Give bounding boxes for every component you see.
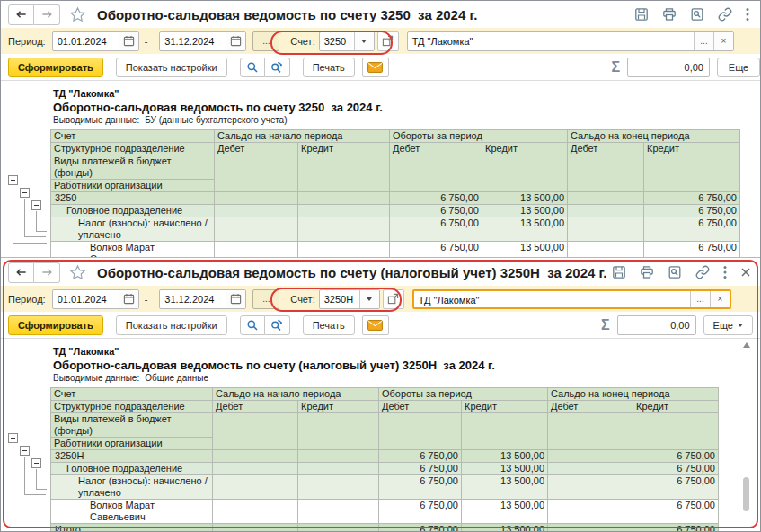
cell-value[interactable]: 6 750,00 [390, 217, 482, 242]
organization-value[interactable]: ТД "Лакомка" [408, 32, 694, 50]
cell-value[interactable]: 6 750,00 [644, 217, 740, 242]
tree-expander-payment[interactable] [31, 200, 41, 210]
cell-value[interactable] [568, 217, 644, 242]
cell-value[interactable]: 13 500,00 [462, 475, 548, 500]
link-icon[interactable] [695, 265, 710, 279]
date-to-field[interactable]: 31.12.2024 [159, 31, 246, 51]
date-to-value[interactable]: 31.12.2024 [160, 290, 226, 308]
cell-value[interactable]: 6 750,00 [644, 242, 740, 259]
favorite-star-icon[interactable] [69, 6, 86, 22]
tree-expander-division[interactable] [20, 188, 30, 198]
organization-value[interactable]: ТД "Лакомка" [414, 291, 690, 307]
period-more-button[interactable]: ... [252, 31, 279, 51]
cell-value[interactable] [568, 242, 644, 259]
chevron-down-icon[interactable] [359, 290, 379, 308]
favorite-star-icon[interactable] [69, 264, 86, 280]
cell-value[interactable]: 6 750,00 [633, 524, 719, 532]
cell-value[interactable] [298, 475, 379, 500]
cell-value[interactable] [213, 475, 298, 500]
close-icon[interactable] [740, 267, 751, 278]
cell-value[interactable] [215, 192, 298, 205]
cell-value[interactable]: 6 750,00 [633, 500, 719, 524]
account-value[interactable]: 3250Н [320, 290, 359, 308]
cell-value[interactable]: 6 750,00 [379, 524, 462, 532]
print-icon[interactable] [662, 7, 677, 22]
org-more-button[interactable]: ... [690, 291, 710, 307]
print-button[interactable]: Печать [303, 315, 355, 335]
calendar-icon[interactable] [226, 32, 245, 50]
cell-value[interactable] [298, 450, 379, 463]
cell-value[interactable] [548, 500, 633, 524]
account-combo[interactable]: 3250 [319, 31, 375, 51]
cell-value[interactable] [298, 500, 379, 524]
open-account-button[interactable] [383, 289, 404, 309]
org-clear-button[interactable]: × [713, 32, 733, 50]
cell-value[interactable]: 13 500,00 [462, 463, 548, 475]
organization-field[interactable]: ТД "Лакомка" ... × [407, 31, 734, 51]
cell-value[interactable]: 13 500,00 [462, 524, 548, 532]
row-label[interactable]: Налог (взносы): начислено / уплачено [51, 475, 213, 500]
more-menu-icon[interactable] [746, 7, 749, 22]
cell-value[interactable] [213, 500, 298, 524]
cell-value[interactable]: 13 500,00 [462, 450, 548, 463]
cell-value[interactable]: 6 750,00 [633, 450, 719, 463]
cell-value[interactable]: 6 750,00 [644, 192, 740, 205]
cell-value[interactable]: 6 750,00 [633, 463, 719, 475]
cell-value[interactable] [298, 217, 390, 242]
cell-value[interactable] [298, 205, 390, 217]
date-from-field[interactable]: 01.01.2024 [52, 289, 139, 309]
cell-value[interactable] [568, 192, 644, 205]
cell-value[interactable]: 6 750,00 [379, 500, 462, 524]
cell-value[interactable]: 13 500,00 [482, 205, 568, 217]
print-button[interactable]: Печать [303, 58, 355, 77]
more-button[interactable]: Еще [703, 315, 753, 335]
generate-button[interactable]: Сформировать [8, 58, 103, 77]
show-settings-button[interactable]: Показать настройки [116, 315, 227, 335]
row-label[interactable]: Головное подразделение [51, 205, 215, 217]
date-from-value[interactable]: 01.01.2024 [53, 290, 119, 308]
show-settings-button[interactable]: Показать настройки [116, 58, 227, 77]
preview-icon[interactable] [690, 7, 704, 22]
cell-value[interactable]: 13 500,00 [482, 242, 568, 259]
cell-value[interactable] [298, 192, 390, 205]
back-button[interactable] [8, 4, 34, 25]
date-from-field[interactable]: 01.01.2024 [52, 31, 139, 51]
link-icon[interactable] [718, 7, 732, 22]
tree-expander-account[interactable] [8, 433, 18, 443]
cell-value[interactable] [213, 463, 298, 475]
vertical-scrollbar[interactable] [741, 342, 752, 522]
cell-value[interactable] [298, 463, 379, 475]
cell-value[interactable]: 13 500,00 [482, 192, 568, 205]
organization-field[interactable]: ТД "Лакомка" ... × [412, 289, 731, 309]
row-label[interactable]: Головное подразделение [51, 463, 213, 475]
cell-value[interactable] [568, 205, 644, 217]
account-combo[interactable]: 3250Н [319, 289, 380, 309]
cell-value[interactable]: 6 750,00 [633, 475, 719, 500]
back-button[interactable] [8, 262, 34, 283]
cell-value[interactable] [548, 524, 633, 532]
calendar-icon[interactable] [119, 290, 138, 308]
mail-button[interactable] [362, 58, 389, 77]
cell-value[interactable] [213, 450, 298, 463]
period-more-button[interactable]: ... [252, 289, 279, 309]
mail-button[interactable] [362, 315, 389, 335]
row-label[interactable]: Налог (взносы): начислено / уплачено [51, 217, 215, 242]
cell-value[interactable]: 13 500,00 [482, 217, 568, 242]
calendar-icon[interactable] [226, 290, 245, 308]
cell-value[interactable] [548, 475, 633, 500]
search-next-button[interactable] [265, 315, 290, 335]
account-value[interactable]: 3250 [320, 32, 354, 50]
row-label[interactable]: 3250 [51, 192, 215, 205]
cell-value[interactable] [548, 463, 633, 475]
cell-value[interactable] [298, 242, 390, 259]
cell-value[interactable]: 6 750,00 [379, 475, 462, 500]
org-clear-button[interactable]: × [710, 291, 730, 307]
search-next-button[interactable] [265, 58, 290, 77]
date-from-value[interactable]: 01.01.2024 [53, 32, 119, 50]
row-label[interactable]: 3250Н [51, 450, 213, 463]
cell-value[interactable] [215, 217, 298, 242]
cell-value[interactable]: 6 750,00 [644, 205, 740, 217]
row-label[interactable]: Волков Марат Савельевич [51, 500, 213, 524]
cell-value[interactable]: 6 750,00 [379, 450, 462, 463]
scroll-up-icon[interactable] [743, 342, 750, 348]
